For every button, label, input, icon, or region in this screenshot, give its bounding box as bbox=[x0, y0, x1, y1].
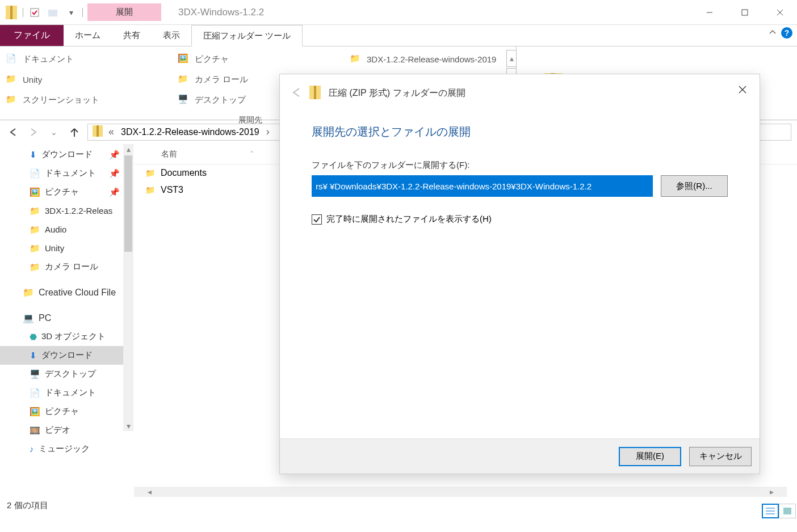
close-button[interactable] bbox=[763, 0, 797, 25]
tree-item-videos[interactable]: 🎞️ビデオ bbox=[0, 421, 133, 440]
pc-icon: 💻 bbox=[23, 313, 34, 323]
thumbnails-view-button[interactable] bbox=[779, 504, 796, 518]
folder-icon: 📁 bbox=[6, 94, 18, 105]
tree-label: ビデオ bbox=[45, 425, 70, 436]
picture-icon: 🖼️ bbox=[30, 187, 40, 197]
tree-label: ドキュメント bbox=[45, 387, 96, 398]
tree-item-camera-roll[interactable]: 📁カメラ ロール bbox=[0, 257, 133, 276]
ribbon-collapse-icon[interactable] bbox=[769, 28, 777, 38]
maximize-button[interactable] bbox=[728, 0, 762, 25]
tree-item-downloads[interactable]: ⬇ダウンロード📌 bbox=[0, 145, 133, 164]
horizontal-scrollbar[interactable]: ◂ ▸ bbox=[134, 487, 787, 497]
destination-documents[interactable]: 📄ドキュメント bbox=[0, 49, 168, 69]
download-icon: ⬇ bbox=[30, 150, 37, 160]
properties-icon[interactable] bbox=[28, 5, 41, 20]
tree-item-unity[interactable]: 📁Unity bbox=[0, 239, 133, 257]
desktop-icon: 🖥️ bbox=[30, 369, 40, 379]
scroll-right-icon[interactable]: ▸ bbox=[766, 487, 777, 496]
nav-history-dropdown[interactable]: ⌄ bbox=[47, 125, 61, 140]
title-bar: ▾ 展開 3DX-Windows-1.2.2 bbox=[0, 0, 797, 25]
nav-back-button[interactable] bbox=[6, 125, 20, 140]
dest-label: スクリーンショット bbox=[23, 95, 99, 105]
nav-forward-button[interactable] bbox=[26, 125, 41, 140]
cancel-button[interactable]: キャンセル bbox=[689, 447, 752, 466]
download-icon: ⬇ bbox=[30, 351, 37, 361]
tree-item-pc[interactable]: 💻PC bbox=[0, 309, 133, 327]
svg-rect-5 bbox=[742, 10, 748, 15]
column-name[interactable]: 名前 bbox=[157, 149, 182, 159]
tree-item-audio[interactable]: 📁Audio bbox=[0, 220, 133, 239]
pin-icon: 📌 bbox=[109, 187, 120, 197]
nav-up-button[interactable] bbox=[67, 125, 82, 140]
tree-item-downloads-pc[interactable]: ⬇ダウンロード bbox=[0, 346, 133, 365]
navigation-tree: ▴ ▾ ⬇ダウンロード📌 📄ドキュメント📌 🖼️ピクチャ📌 📁3DX-1.2.2… bbox=[0, 144, 134, 497]
tree-label: ピクチャ bbox=[45, 187, 79, 197]
breadcrumb-chevron-icon[interactable]: › bbox=[263, 126, 273, 138]
scroll-down-icon[interactable]: ▾ bbox=[123, 421, 133, 431]
minimize-button[interactable] bbox=[693, 0, 727, 25]
tree-item-music[interactable]: ♪ミュージック bbox=[0, 440, 133, 458]
breadcrumb-item[interactable]: 3DX-1.2.2-Release-windows-2019 bbox=[118, 127, 263, 137]
tree-label: ピクチャ bbox=[45, 406, 79, 417]
destination-screenshots[interactable]: 📁スクリーンショット bbox=[0, 90, 168, 110]
dialog-footer: 展開(E) キャンセル bbox=[280, 438, 760, 474]
scroll-left-icon[interactable]: ◂ bbox=[144, 487, 154, 496]
scroll-thumb[interactable] bbox=[124, 155, 132, 252]
file-name: Documents bbox=[161, 168, 207, 178]
music-icon: ♪ bbox=[30, 444, 34, 454]
svg-rect-3 bbox=[48, 10, 57, 16]
tree-label: カメラ ロール bbox=[45, 261, 98, 272]
tab-compressed-folder-tools[interactable]: 圧縮フォルダー ツール bbox=[191, 25, 303, 47]
qat-dropdown-icon[interactable]: ▾ bbox=[64, 5, 78, 20]
extract-button[interactable]: 展開(E) bbox=[619, 447, 681, 466]
tree-item-3dx[interactable]: 📁3DX-1.2.2-Releas bbox=[0, 201, 133, 220]
file-name: VST3 bbox=[161, 185, 183, 195]
tree-label: ミュージック bbox=[39, 444, 90, 454]
help-icon[interactable]: ? bbox=[781, 27, 792, 39]
tab-share[interactable]: 共有 bbox=[112, 25, 152, 46]
browse-button[interactable]: 参照(R)... bbox=[661, 175, 728, 197]
tree-item-documents[interactable]: 📄ドキュメント📌 bbox=[0, 164, 133, 183]
dest-label: カメラ ロール bbox=[195, 74, 248, 85]
tree-item-3d-objects[interactable]: ⬣3D オブジェクト bbox=[0, 327, 133, 346]
tree-item-desktop[interactable]: 🖥️デスクトップ bbox=[0, 365, 133, 383]
context-tab-extract: 展開 bbox=[87, 3, 161, 21]
dest-label: Unity bbox=[23, 75, 42, 85]
scroll-up-icon[interactable]: ▴ bbox=[123, 144, 133, 154]
tree-label: デスクトップ bbox=[45, 369, 96, 379]
destination-pictures[interactable]: 🖼️ピクチャ bbox=[172, 49, 340, 69]
tree-item-pictures[interactable]: 🖼️ピクチャ📌 bbox=[0, 183, 133, 201]
tab-home[interactable]: ホーム bbox=[64, 25, 112, 46]
pin-icon: 📌 bbox=[109, 150, 120, 160]
picture-icon: 🖼️ bbox=[30, 407, 40, 417]
tree-label: Audio bbox=[45, 225, 66, 234]
folder-icon: 📁 bbox=[178, 74, 190, 85]
tree-label: Unity bbox=[45, 243, 64, 253]
status-bar: 2 個の項目 bbox=[0, 497, 797, 514]
destination-unity[interactable]: 📁Unity bbox=[0, 69, 168, 90]
tree-label: Creative Cloud File bbox=[39, 288, 116, 298]
extract-path-input[interactable]: rs¥ ¥Downloads¥3DX-1.2.2-Release-windows… bbox=[312, 175, 653, 197]
tree-scrollbar[interactable]: ▴ ▾ bbox=[123, 144, 133, 431]
tree-item-creative-cloud[interactable]: 📁Creative Cloud File bbox=[0, 283, 133, 302]
destination-3dx-release[interactable]: 📁3DX-1.2.2-Release-windows-2019 bbox=[344, 49, 512, 69]
new-folder-icon[interactable] bbox=[46, 5, 60, 20]
window-title: 3DX-Windows-1.2.2 bbox=[161, 0, 264, 24]
folder-icon: 📁 bbox=[30, 262, 40, 272]
dialog-close-button[interactable] bbox=[731, 81, 754, 98]
show-files-checkbox[interactable]: 完了時に展開されたファイルを表示する(H) bbox=[312, 214, 728, 225]
3d-icon: ⬣ bbox=[30, 332, 37, 342]
tree-item-pictures-pc[interactable]: 🖼️ピクチャ bbox=[0, 402, 133, 421]
picture-icon: 🖼️ bbox=[178, 53, 190, 65]
extract-dialog: 圧縮 (ZIP 形式) フォルダーの展開 展開先の選択とファイルの展開 ファイル… bbox=[279, 74, 760, 474]
gallery-up-icon[interactable]: ▴ bbox=[506, 50, 517, 67]
dialog-title: 圧縮 (ZIP 形式) フォルダーの展開 bbox=[329, 87, 465, 99]
path-label: ファイルを下のフォルダーに展開する(F): bbox=[312, 160, 728, 171]
zip-folder-icon bbox=[309, 86, 322, 100]
breadcrumb-chevrons[interactable]: « bbox=[105, 126, 118, 138]
tab-view[interactable]: 表示 bbox=[152, 25, 191, 46]
tab-file[interactable]: ファイル bbox=[0, 25, 64, 46]
tree-item-documents-pc[interactable]: 📄ドキュメント bbox=[0, 383, 133, 402]
details-view-button[interactable] bbox=[762, 504, 779, 518]
document-icon: 📄 bbox=[6, 53, 18, 65]
